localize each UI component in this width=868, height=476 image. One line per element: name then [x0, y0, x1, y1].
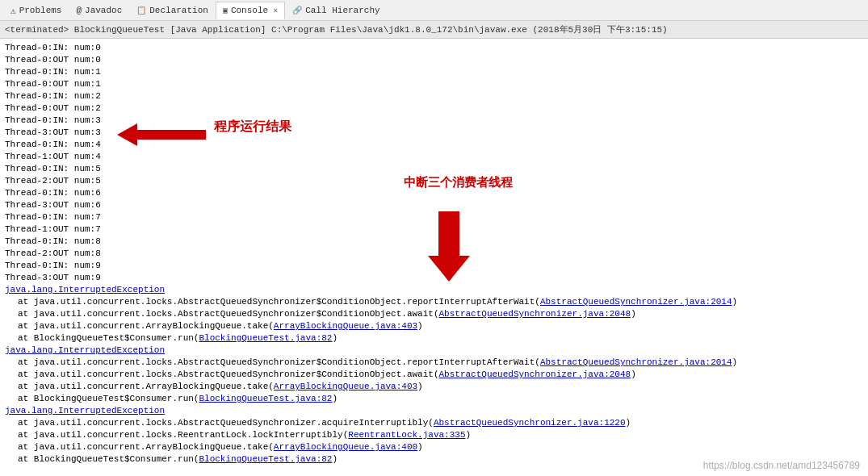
status-bar: <terminated> BlockingQueueTest [Java App… — [0, 21, 868, 39]
console-line: Thread-0:IN: num:0 — [5, 42, 863, 54]
console-line: Thread-0:OUT num:0 — [5, 54, 863, 66]
console-line: Thread-3:OUT num:9 — [5, 272, 863, 284]
console-line: Thread-0:IN: num:9 — [5, 260, 863, 272]
tab-declaration[interactable]: 📋 Declaration — [129, 2, 216, 19]
console-line: at java.util.concurrent.ArrayBlockingQue… — [5, 381, 863, 393]
declaration-icon: 📋 — [136, 6, 146, 15]
status-text: <terminated> BlockingQueueTest [Java App… — [5, 23, 668, 35]
console-line: Thread-0:IN: num:3 — [5, 115, 863, 127]
console-line: Thread-0:IN: num:7 — [5, 211, 863, 223]
console-line: Thread-1:OUT num:4 — [5, 151, 863, 163]
console-line: Thread-1:OUT num:7 — [5, 223, 863, 236]
console-line: Thread-3:OUT num:6 — [5, 199, 863, 211]
console-line: at java.util.concurrent.ArrayBlockingQue… — [5, 441, 863, 453]
tab-callhierarchy-label: Call Hierarchy — [305, 6, 379, 15]
console-line: at java.util.concurrent.locks.ReentrantL… — [5, 429, 863, 441]
console-line: at BlockingQueueTest$Consumer.run(Blocki… — [5, 393, 863, 405]
tab-javadoc-label: Javadoc — [85, 6, 122, 15]
console-line: Thread-0:OUT num:2 — [5, 102, 863, 115]
console-line: at java.util.concurrent.ArrayBlockingQue… — [5, 320, 863, 332]
callhierarchy-icon: 🔗 — [292, 6, 302, 15]
console-icon: ▣ — [223, 6, 228, 15]
tab-bar: ⚠ Problems @ Javadoc 📋 Declaration ▣ Con… — [0, 0, 868, 21]
console-line: Thread-0:IN: num:2 — [5, 90, 863, 102]
console-line: Thread-0:IN: num:5 — [5, 163, 863, 175]
console-line: at java.util.concurrent.locks.AbstractQu… — [5, 296, 863, 308]
tab-problems[interactable]: ⚠ Problems — [3, 2, 69, 19]
console-line: Thread-0:IN: num:6 — [5, 187, 863, 199]
console-content[interactable]: Thread-0:IN: num:0Thread-0:OUT num:0Thre… — [0, 39, 868, 476]
console-line: at java.util.concurrent.locks.AbstractQu… — [5, 308, 863, 320]
tab-declaration-label: Declaration — [149, 6, 208, 15]
tab-problems-label: Problems — [19, 6, 62, 15]
javadoc-icon: @ — [76, 6, 82, 15]
console-line: Thread-0:IN: num:8 — [5, 236, 863, 248]
console-line: at java.util.concurrent.locks.AbstractQu… — [5, 357, 863, 369]
tab-javadoc[interactable]: @ Javadoc — [69, 2, 129, 19]
console-line: java.lang.InterruptedException — [5, 284, 863, 296]
console-line: Thread-2:OUT num:5 — [5, 175, 863, 187]
console-line: at java.util.concurrent.locks.AbstractQu… — [5, 417, 863, 429]
console-line: Thread-2:OUT num:8 — [5, 248, 863, 260]
watermark: https://blog.csdn.net/amd123456789 — [703, 460, 860, 471]
close-icon[interactable]: ✕ — [273, 6, 278, 15]
console-line: java.lang.InterruptedException — [5, 405, 863, 417]
console-line: Thread-3:OUT num:3 — [5, 127, 863, 139]
console-line: Thread-0:OUT num:1 — [5, 78, 863, 90]
tab-console[interactable]: ▣ Console ✕ — [216, 2, 285, 19]
console-line: Thread-0:IN: num:4 — [5, 139, 863, 151]
console-line: at BlockingQueueTest$Consumer.run(Blocki… — [5, 332, 863, 344]
console-line: Thread-0:IN: num:1 — [5, 66, 863, 78]
problems-icon: ⚠ — [10, 6, 16, 16]
tab-callhierarchy[interactable]: 🔗 Call Hierarchy — [285, 2, 387, 19]
console-line: java.lang.InterruptedException — [5, 344, 863, 357]
tab-console-label: Console — [231, 6, 268, 15]
console-line: at java.util.concurrent.locks.AbstractQu… — [5, 369, 863, 381]
